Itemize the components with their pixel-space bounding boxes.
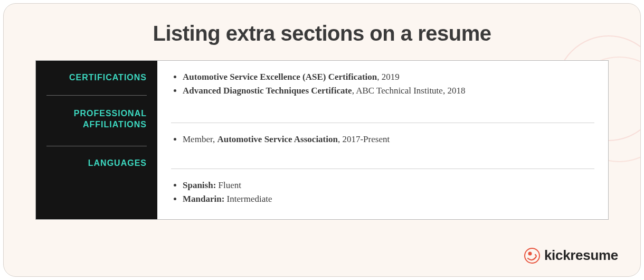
lang-level: Intermediate [224,194,272,204]
cert-name: Advanced Diagnostic Techniques Certifica… [183,86,352,96]
resume-content: Automotive Service Excellence (ASE) Cert… [157,61,608,219]
list-item: Spanish: Fluent [183,179,594,192]
lang-name: Spanish: [183,180,216,190]
list-item: Advanced Diagnostic Techniques Certifica… [183,84,594,98]
affil-name: Automotive Service Association [217,134,338,144]
content-certifications: Automotive Service Excellence (ASE) Cert… [171,61,594,123]
list-item: Mandarin: Intermediate [183,192,594,206]
brand-name: kickresume [544,247,618,264]
sidebar-label-line1: PROFESSIONAL [74,109,147,118]
list-item: Member, Automotive Service Association, … [183,133,594,146]
lang-level: Fluent [216,180,241,190]
cert-meta: , 2019 [377,72,400,82]
lang-name: Mandarin: [183,194,224,204]
sidebar-label-line2: AFFILIATIONS [83,120,147,129]
resume-sidebar: CERTIFICATIONS PROFESSIONAL AFFILIATIONS… [36,61,157,219]
cert-name: Automotive Service Excellence (ASE) Cert… [183,72,377,82]
list-item: Automotive Service Excellence (ASE) Cert… [183,70,594,84]
document-card: Listing extra sections on a resume CERTI… [3,3,641,277]
content-languages: Spanish: Fluent Mandarin: Intermediate [171,169,594,219]
sidebar-label-affiliations: PROFESSIONAL AFFILIATIONS [36,96,157,146]
sidebar-label-languages: LANGUAGES [36,146,157,181]
cert-meta: , ABC Technical Institute, 2018 [352,86,466,96]
page-title: Listing extra sections on a resume [4,4,640,60]
brand-logo-icon [524,248,540,264]
svg-point-0 [525,248,539,263]
content-affiliations: Member, Automotive Service Association, … [171,123,594,169]
affil-prefix: Member, [183,134,217,144]
affil-meta: , 2017-Present [338,134,390,144]
brand: kickresume [524,247,618,264]
svg-point-1 [528,251,532,255]
sidebar-label-certifications: CERTIFICATIONS [36,61,157,95]
resume-example-box: CERTIFICATIONS PROFESSIONAL AFFILIATIONS… [35,60,609,220]
